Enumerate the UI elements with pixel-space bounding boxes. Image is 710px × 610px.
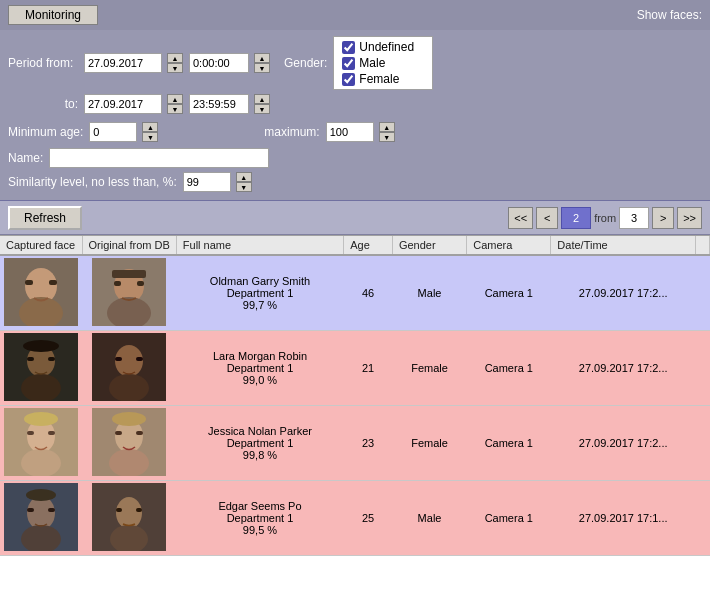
col-full-name: Full name bbox=[176, 236, 343, 255]
date-from-up[interactable]: ▲ bbox=[167, 53, 183, 63]
svg-point-41 bbox=[116, 497, 142, 529]
captured-face-cell bbox=[0, 406, 82, 481]
svg-rect-21 bbox=[136, 357, 143, 361]
db-face-image bbox=[92, 258, 166, 326]
captured-face-image bbox=[4, 333, 78, 401]
gender-male-label: Male bbox=[359, 56, 385, 70]
date-from-spinner[interactable]: ▲ ▼ bbox=[167, 53, 183, 73]
min-age-up[interactable]: ▲ bbox=[142, 122, 158, 132]
svg-point-39 bbox=[26, 489, 56, 501]
gender-undefined-check[interactable] bbox=[342, 41, 355, 54]
similarity-down[interactable]: ▼ bbox=[236, 182, 252, 192]
date-to-down[interactable]: ▼ bbox=[167, 104, 183, 114]
svg-rect-8 bbox=[114, 281, 121, 286]
age-cell: 23 bbox=[344, 406, 393, 481]
name-input[interactable] bbox=[49, 148, 269, 168]
datetime-cell: 27.09.2017 17:2... bbox=[551, 255, 696, 331]
time-from-spinner[interactable]: ▲ ▼ bbox=[254, 53, 270, 73]
date-to-up[interactable]: ▲ bbox=[167, 94, 183, 104]
gender-cell: Female bbox=[392, 331, 466, 406]
to-label: to: bbox=[8, 97, 78, 111]
nav-prev-button[interactable]: < bbox=[536, 207, 558, 229]
fullname-cell: Oldman Garry SmithDepartment 199,7 % bbox=[176, 255, 343, 331]
max-age-spinner[interactable]: ▲ ▼ bbox=[379, 122, 395, 142]
svg-rect-10 bbox=[112, 270, 146, 278]
col-captured-face: Captured face bbox=[0, 236, 82, 255]
datetime-cell: 27.09.2017 17:1... bbox=[551, 481, 696, 556]
svg-point-27 bbox=[24, 412, 58, 426]
svg-rect-31 bbox=[115, 431, 122, 435]
captured-face-cell bbox=[0, 255, 82, 331]
to-row: to: ▲ ▼ ▲ ▼ bbox=[8, 94, 702, 114]
nav-next-button[interactable]: > bbox=[652, 207, 674, 229]
gender-male[interactable]: Male bbox=[342, 56, 424, 70]
time-to-up[interactable]: ▲ bbox=[254, 94, 270, 104]
min-age-input[interactable] bbox=[89, 122, 137, 142]
refresh-button[interactable]: Refresh bbox=[8, 206, 82, 230]
db-face-image bbox=[92, 333, 166, 401]
db-face-cell bbox=[82, 481, 176, 556]
gender-female-check[interactable] bbox=[342, 73, 355, 86]
time-from-up[interactable]: ▲ bbox=[254, 53, 270, 63]
min-age-spinner[interactable]: ▲ ▼ bbox=[142, 122, 158, 142]
age-cell: 21 bbox=[344, 331, 393, 406]
time-to-spinner[interactable]: ▲ ▼ bbox=[254, 94, 270, 114]
current-page-input[interactable] bbox=[561, 207, 591, 229]
nav-first-button[interactable]: << bbox=[508, 207, 533, 229]
gender-male-check[interactable] bbox=[342, 57, 355, 70]
gender-female-label: Female bbox=[359, 72, 399, 86]
period-row: Period from: ▲ ▼ ▲ ▼ Gender: Undefined M… bbox=[8, 36, 702, 90]
gender-undefined[interactable]: Undefined bbox=[342, 40, 424, 54]
period-from-label: Period from: bbox=[8, 56, 78, 70]
svg-point-16 bbox=[23, 340, 59, 352]
datetime-cell: 27.09.2017 17:2... bbox=[551, 331, 696, 406]
svg-point-33 bbox=[112, 412, 146, 426]
svg-rect-43 bbox=[116, 508, 122, 512]
fullname-cell: Jessica Nolan ParkerDepartment 199,8 % bbox=[176, 406, 343, 481]
table-row: Oldman Garry SmithDepartment 199,7 % 46 … bbox=[0, 255, 710, 331]
min-age-down[interactable]: ▼ bbox=[142, 132, 158, 142]
max-age-input[interactable] bbox=[326, 122, 374, 142]
time-from-input[interactable] bbox=[189, 53, 249, 73]
time-from-down[interactable]: ▼ bbox=[254, 63, 270, 73]
scroll-cell bbox=[696, 481, 710, 556]
svg-rect-3 bbox=[25, 280, 33, 285]
svg-point-13 bbox=[21, 374, 61, 401]
datetime-cell: 27.09.2017 17:2... bbox=[551, 406, 696, 481]
age-row: Minimum age: ▲ ▼ maximum: ▲ ▼ bbox=[8, 118, 702, 146]
similarity-spinner[interactable]: ▲ ▼ bbox=[236, 172, 252, 192]
max-age-down[interactable]: ▼ bbox=[379, 132, 395, 142]
max-age-up[interactable]: ▲ bbox=[379, 122, 395, 132]
similarity-up[interactable]: ▲ bbox=[236, 172, 252, 182]
time-to-down[interactable]: ▼ bbox=[254, 104, 270, 114]
svg-point-19 bbox=[109, 374, 149, 401]
col-original-db: Original from DB bbox=[82, 236, 176, 255]
captured-face-image bbox=[4, 483, 78, 551]
table-row: Edgar Seems PoDepartment 199,5 % 25 Male… bbox=[0, 481, 710, 556]
camera-cell: Camera 1 bbox=[467, 481, 551, 556]
similarity-label: Similarity level, no less than, %: bbox=[8, 175, 177, 189]
from-label: from bbox=[594, 212, 616, 224]
time-to-input[interactable] bbox=[189, 94, 249, 114]
results-table: Captured face Original from DB Full name… bbox=[0, 236, 710, 556]
date-from-down[interactable]: ▼ bbox=[167, 63, 183, 73]
similarity-input[interactable] bbox=[183, 172, 231, 192]
nav-last-button[interactable]: >> bbox=[677, 207, 702, 229]
svg-rect-38 bbox=[48, 508, 55, 512]
date-to-input[interactable] bbox=[84, 94, 162, 114]
scroll-cell bbox=[696, 331, 710, 406]
db-face-image bbox=[92, 408, 166, 476]
date-to-spinner[interactable]: ▲ ▼ bbox=[167, 94, 183, 114]
total-pages-input[interactable] bbox=[619, 207, 649, 229]
col-scroll bbox=[696, 236, 710, 255]
captured-face-image bbox=[4, 408, 78, 476]
camera-cell: Camera 1 bbox=[467, 331, 551, 406]
results-table-container: Captured face Original from DB Full name… bbox=[0, 235, 710, 610]
col-camera: Camera bbox=[467, 236, 551, 255]
db-face-image bbox=[92, 483, 166, 551]
gender-female[interactable]: Female bbox=[342, 72, 424, 86]
svg-point-30 bbox=[109, 449, 149, 476]
svg-rect-14 bbox=[27, 357, 34, 361]
gender-label: Gender: bbox=[284, 56, 327, 70]
date-from-input[interactable] bbox=[84, 53, 162, 73]
